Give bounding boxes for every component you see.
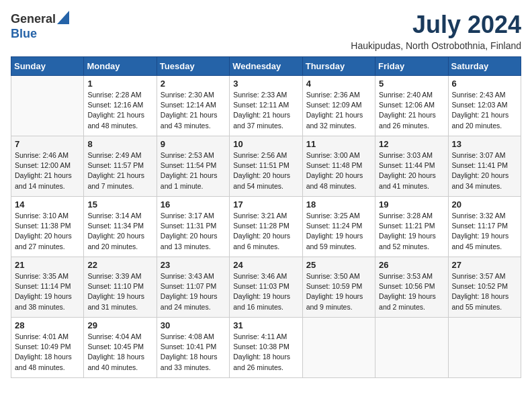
day-number: 30 — [161, 320, 226, 330]
day-number: 25 — [306, 260, 371, 270]
cell-details: Sunrise: 2:43 AM Sunset: 12:03 AM Daylig… — [452, 90, 517, 131]
calendar-cell-w0-d6: 6Sunrise: 2:43 AM Sunset: 12:03 AM Dayli… — [448, 76, 521, 136]
calendar-cell-w4-d0: 28Sunrise: 4:01 AM Sunset: 10:49 PM Dayl… — [11, 318, 84, 378]
calendar-cell-w1-d2: 9Sunrise: 2:53 AM Sunset: 11:54 PM Dayli… — [157, 136, 229, 197]
calendar-cell-w1-d4: 11Sunrise: 3:00 AM Sunset: 11:48 PM Dayl… — [302, 136, 375, 197]
day-number: 2 — [161, 79, 226, 89]
calendar-cell-w1-d6: 13Sunrise: 3:07 AM Sunset: 11:41 PM Dayl… — [448, 136, 521, 197]
calendar-cell-w2-d3: 17Sunrise: 3:21 AM Sunset: 11:28 PM Dayl… — [230, 197, 302, 257]
day-number: 11 — [306, 139, 371, 149]
cell-details: Sunrise: 2:40 AM Sunset: 12:06 AM Daylig… — [379, 90, 444, 131]
logo-blue-text: Blue — [11, 27, 37, 41]
day-number: 12 — [379, 139, 444, 149]
calendar-cell-w2-d5: 19Sunrise: 3:28 AM Sunset: 11:21 PM Dayl… — [375, 197, 448, 257]
title-area: July 2024 Haukipudas, North Ostrobothnia… — [351, 11, 521, 51]
calendar-cell-w4-d1: 29Sunrise: 4:04 AM Sunset: 10:45 PM Dayl… — [84, 318, 157, 378]
cell-details: Sunrise: 3:46 AM Sunset: 11:03 PM Daylig… — [233, 271, 298, 312]
location-subtitle: Haukipudas, North Ostrobothnia, Finland — [351, 40, 521, 51]
calendar-cell-w3-d0: 21Sunrise: 3:35 AM Sunset: 11:14 PM Dayl… — [11, 257, 84, 318]
weekday-header-sunday: Sunday — [11, 57, 84, 76]
cell-details: Sunrise: 3:03 AM Sunset: 11:44 PM Daylig… — [379, 150, 444, 191]
cell-details: Sunrise: 3:50 AM Sunset: 10:59 PM Daylig… — [306, 271, 371, 312]
cell-details: Sunrise: 4:08 AM Sunset: 10:41 PM Daylig… — [161, 332, 226, 373]
day-number: 15 — [87, 199, 152, 210]
weekday-header-monday: Monday — [84, 57, 157, 76]
calendar-cell-w0-d3: 3Sunrise: 2:33 AM Sunset: 12:11 AM Dayli… — [230, 76, 302, 136]
month-year-title: July 2024 — [351, 11, 521, 39]
cell-details: Sunrise: 3:14 AM Sunset: 11:34 PM Daylig… — [87, 211, 152, 252]
day-number: 21 — [15, 260, 80, 270]
calendar-cell-w2-d4: 18Sunrise: 3:25 AM Sunset: 11:24 PM Dayl… — [302, 197, 375, 257]
day-number: 6 — [452, 79, 517, 89]
cell-details: Sunrise: 3:00 AM Sunset: 11:48 PM Daylig… — [306, 150, 371, 191]
calendar-cell-w4-d6 — [448, 318, 521, 378]
logo-general-text: General — [11, 12, 56, 26]
day-number: 22 — [87, 260, 152, 270]
day-number: 31 — [233, 320, 298, 330]
logo-triangle-icon — [57, 11, 69, 24]
day-number: 7 — [15, 139, 80, 149]
day-number: 29 — [87, 320, 152, 330]
calendar-cell-w0-d4: 4Sunrise: 2:36 AM Sunset: 12:09 AM Dayli… — [302, 76, 375, 136]
cell-details: Sunrise: 2:30 AM Sunset: 12:14 AM Daylig… — [161, 90, 226, 131]
day-number: 13 — [452, 139, 517, 149]
calendar-cell-w1-d5: 12Sunrise: 3:03 AM Sunset: 11:44 PM Dayl… — [375, 136, 448, 197]
svg-marker-0 — [57, 11, 69, 24]
cell-details: Sunrise: 3:07 AM Sunset: 11:41 PM Daylig… — [452, 150, 517, 191]
cell-details: Sunrise: 2:36 AM Sunset: 12:09 AM Daylig… — [306, 90, 371, 131]
header: General Blue July 2024 Haukipudas, North… — [11, 11, 521, 51]
weekday-header-saturday: Saturday — [448, 57, 521, 76]
calendar-cell-w3-d4: 25Sunrise: 3:50 AM Sunset: 10:59 PM Dayl… — [302, 257, 375, 318]
day-number: 14 — [15, 199, 80, 210]
cell-details: Sunrise: 3:39 AM Sunset: 11:10 PM Daylig… — [87, 271, 152, 312]
cell-details: Sunrise: 3:25 AM Sunset: 11:24 PM Daylig… — [306, 211, 371, 252]
day-number: 10 — [233, 139, 298, 149]
cell-details: Sunrise: 2:46 AM Sunset: 12:00 AM Daylig… — [15, 150, 80, 191]
cell-details: Sunrise: 2:49 AM Sunset: 11:57 PM Daylig… — [87, 150, 152, 191]
day-number: 16 — [161, 199, 226, 210]
cell-details: Sunrise: 3:21 AM Sunset: 11:28 PM Daylig… — [233, 211, 298, 252]
day-number: 24 — [233, 260, 298, 270]
cell-details: Sunrise: 2:33 AM Sunset: 12:11 AM Daylig… — [233, 90, 298, 131]
calendar-cell-w3-d1: 22Sunrise: 3:39 AM Sunset: 11:10 PM Dayl… — [84, 257, 157, 318]
cell-details: Sunrise: 3:35 AM Sunset: 11:14 PM Daylig… — [15, 271, 80, 312]
logo: General Blue — [11, 11, 69, 41]
calendar-cell-w1-d0: 7Sunrise: 2:46 AM Sunset: 12:00 AM Dayli… — [11, 136, 84, 197]
cell-details: Sunrise: 3:32 AM Sunset: 11:17 PM Daylig… — [452, 211, 517, 252]
day-number: 5 — [379, 79, 444, 89]
calendar-cell-w0-d5: 5Sunrise: 2:40 AM Sunset: 12:06 AM Dayli… — [375, 76, 448, 136]
day-number: 27 — [452, 260, 517, 270]
weekday-header-wednesday: Wednesday — [230, 57, 302, 76]
cell-details: Sunrise: 3:43 AM Sunset: 11:07 PM Daylig… — [161, 271, 226, 312]
day-number: 1 — [87, 79, 152, 89]
weekday-header-tuesday: Tuesday — [157, 57, 229, 76]
day-number: 26 — [379, 260, 444, 270]
day-number: 19 — [379, 199, 444, 210]
cell-details: Sunrise: 2:56 AM Sunset: 11:51 PM Daylig… — [233, 150, 298, 191]
calendar-cell-w3-d6: 27Sunrise: 3:57 AM Sunset: 10:52 PM Dayl… — [448, 257, 521, 318]
weekday-header-friday: Friday — [375, 57, 448, 76]
calendar-cell-w2-d2: 16Sunrise: 3:17 AM Sunset: 11:31 PM Dayl… — [157, 197, 229, 257]
cell-details: Sunrise: 4:11 AM Sunset: 10:38 PM Daylig… — [233, 332, 298, 373]
cell-details: Sunrise: 4:01 AM Sunset: 10:49 PM Daylig… — [15, 332, 80, 373]
day-number: 20 — [452, 199, 517, 210]
calendar-cell-w0-d2: 2Sunrise: 2:30 AM Sunset: 12:14 AM Dayli… — [157, 76, 229, 136]
calendar-cell-w3-d2: 23Sunrise: 3:43 AM Sunset: 11:07 PM Dayl… — [157, 257, 229, 318]
cell-details: Sunrise: 3:57 AM Sunset: 10:52 PM Daylig… — [452, 271, 517, 312]
calendar-table: SundayMondayTuesdayWednesdayThursdayFrid… — [11, 56, 521, 378]
day-number: 18 — [306, 199, 371, 210]
weekday-header-thursday: Thursday — [302, 57, 375, 76]
cell-details: Sunrise: 4:04 AM Sunset: 10:45 PM Daylig… — [87, 332, 152, 373]
day-number: 28 — [15, 320, 80, 330]
cell-details: Sunrise: 3:10 AM Sunset: 11:38 PM Daylig… — [15, 211, 80, 252]
calendar-cell-w4-d4 — [302, 318, 375, 378]
day-number: 23 — [161, 260, 226, 270]
calendar-cell-w2-d1: 15Sunrise: 3:14 AM Sunset: 11:34 PM Dayl… — [84, 197, 157, 257]
cell-details: Sunrise: 2:53 AM Sunset: 11:54 PM Daylig… — [161, 150, 226, 191]
calendar-cell-w4-d5 — [375, 318, 448, 378]
calendar-cell-w4-d3: 31Sunrise: 4:11 AM Sunset: 10:38 PM Dayl… — [230, 318, 302, 378]
day-number: 9 — [161, 139, 226, 149]
calendar-cell-w0-d0 — [11, 76, 84, 136]
day-number: 3 — [233, 79, 298, 89]
calendar-cell-w1-d1: 8Sunrise: 2:49 AM Sunset: 11:57 PM Dayli… — [84, 136, 157, 197]
